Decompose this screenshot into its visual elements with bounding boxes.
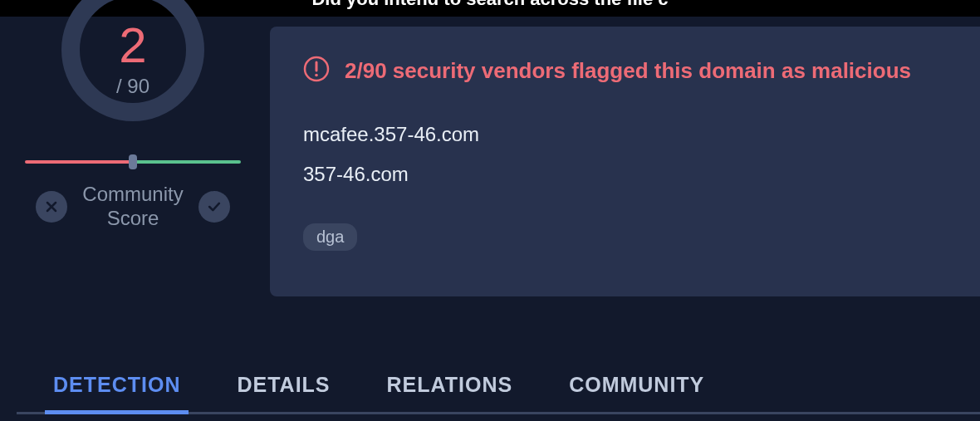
vote-down-button[interactable] (36, 191, 67, 223)
svg-point-3 (315, 74, 318, 77)
community-label-line1: Community (82, 183, 183, 207)
tab-details[interactable]: DETAILS (233, 358, 333, 412)
community-vote-row: Community Score (17, 183, 249, 231)
score-value: 2 (58, 17, 208, 74)
tab-community[interactable]: COMMUNITY (566, 358, 708, 412)
tab-relations[interactable]: RELATIONS (384, 358, 517, 412)
alert-icon (303, 56, 330, 86)
main-area: 2 / 90 Community Score (0, 17, 980, 421)
community-label-line2: Score (82, 207, 183, 231)
top-banner-text: Did you intend to search across the file… (311, 0, 668, 9)
tabs-bar: DETECTION DETAILS RELATIONS COMMUNITY (17, 358, 980, 414)
tab-detection[interactable]: DETECTION (50, 358, 184, 412)
community-score-label: Community Score (82, 183, 183, 231)
warning-row: 2/90 security vendors flagged this domai… (303, 56, 947, 86)
slider-negative-track (25, 160, 133, 164)
slider-handle[interactable] (129, 154, 137, 169)
check-icon (206, 198, 223, 215)
score-panel: 2 / 90 Community Score (17, 17, 249, 231)
tag-dga[interactable]: dga (303, 223, 357, 251)
domain-full: mcafee.357-46.com (303, 123, 947, 146)
vote-up-button[interactable] (198, 191, 230, 223)
score-total: / 90 (58, 75, 208, 98)
slider-positive-track (133, 160, 241, 164)
warning-text: 2/90 security vendors flagged this domai… (345, 58, 911, 84)
close-icon (43, 198, 60, 215)
score-ring: 2 / 90 (58, 0, 208, 125)
info-panel: 2/90 security vendors flagged this domai… (270, 27, 980, 296)
domain-root: 357-46.com (303, 163, 947, 186)
community-slider[interactable] (25, 158, 241, 166)
